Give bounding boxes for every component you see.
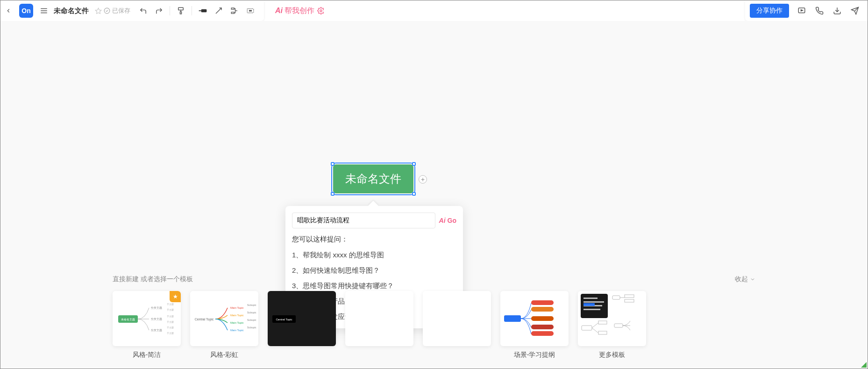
svg-rect-57 — [582, 326, 592, 330]
svg-rect-47 — [531, 331, 554, 336]
svg-text:Subtopic: Subtopic — [247, 311, 256, 314]
svg-rect-11 — [231, 12, 234, 14]
svg-text:分支主题: 分支主题 — [151, 306, 162, 309]
star-badge-icon: ★ — [170, 291, 181, 302]
document-title[interactable]: 未命名文件 — [54, 7, 89, 15]
template-card[interactable]: Central Topic Main TopicMain TopicMain T… — [190, 291, 258, 359]
svg-line-59 — [592, 328, 598, 333]
saved-status: 已保存 — [104, 7, 130, 15]
ai-create-button[interactable]: Ai 帮我创作 — [275, 6, 325, 16]
svg-rect-50 — [583, 301, 604, 303]
svg-text:Main Topic: Main Topic — [230, 321, 244, 324]
check-circle-icon — [104, 7, 110, 14]
root-node-text: 未命名文件 — [345, 171, 401, 186]
svg-point-14 — [320, 10, 322, 12]
svg-rect-61 — [598, 331, 607, 334]
star-icon[interactable] — [92, 3, 104, 19]
svg-text:Central Topic: Central Topic — [276, 318, 292, 321]
svg-rect-44 — [531, 307, 554, 312]
svg-rect-53 — [583, 303, 595, 306]
top-toolbar: On 未命名文件 已保存 — [0, 0, 868, 21]
ai-hint-label: 您可以这样提问： — [292, 235, 456, 244]
template-card[interactable]: 场景-学习提纲 — [500, 291, 569, 359]
svg-text:子主题: 子主题 — [167, 320, 174, 323]
template-card[interactable]: Central Topic — [268, 291, 336, 359]
ai-go-button[interactable]: AiGo — [439, 217, 456, 224]
svg-text:Subtopic: Subtopic — [247, 304, 256, 306]
download-button[interactable] — [829, 3, 845, 19]
svg-point-4 — [104, 8, 110, 14]
svg-text:Central Topic: Central Topic — [195, 318, 214, 321]
svg-text:Subtopic: Subtopic — [247, 326, 256, 329]
template-label: 风格-简洁 — [133, 351, 161, 359]
present-button[interactable] — [794, 3, 810, 19]
svg-text:Main Topic: Main Topic — [230, 329, 244, 332]
svg-rect-46 — [531, 325, 554, 329]
ai-prompt-input[interactable] — [292, 213, 435, 228]
svg-marker-16 — [801, 10, 803, 11]
svg-text:子主题: 子主题 — [167, 326, 174, 329]
toolbar-left-group: On 未命名文件 已保存 — [0, 0, 264, 21]
redo-button[interactable] — [151, 3, 167, 19]
app-logo[interactable]: On — [19, 4, 33, 18]
svg-rect-45 — [531, 316, 554, 321]
svg-rect-5 — [178, 7, 184, 10]
svg-rect-42 — [504, 315, 521, 322]
gear-icon — [317, 7, 325, 14]
svg-text:Main Topic: Main Topic — [230, 314, 244, 317]
svg-text:分支主题: 分支主题 — [151, 317, 162, 320]
svg-rect-60 — [598, 321, 607, 324]
svg-rect-43 — [531, 300, 554, 305]
toolbar-right-group: 分享协作 — [745, 0, 868, 21]
svg-rect-10 — [231, 8, 234, 9]
chevron-down-icon — [750, 277, 755, 282]
topic-button[interactable] — [195, 3, 211, 19]
svg-rect-7 — [201, 9, 207, 13]
svg-text:子主题: 子主题 — [167, 315, 174, 318]
resize-corner-icon — [861, 362, 867, 368]
svg-rect-52 — [583, 309, 600, 310]
add-child-button[interactable]: + — [419, 175, 427, 184]
phone-button[interactable] — [811, 3, 827, 19]
svg-text:子主题: 子主题 — [167, 303, 174, 305]
boundary-button[interactable] — [242, 3, 258, 19]
svg-rect-62 — [614, 324, 623, 327]
share-button[interactable]: 分享协作 — [750, 4, 789, 18]
svg-rect-55 — [625, 295, 634, 298]
format-painter-button[interactable] — [173, 3, 189, 19]
svg-line-9 — [216, 8, 221, 14]
svg-rect-13 — [249, 10, 252, 12]
svg-rect-49 — [583, 298, 598, 299]
template-card[interactable] — [345, 291, 413, 359]
svg-rect-54 — [612, 296, 620, 299]
svg-marker-3 — [95, 8, 101, 14]
back-button[interactable] — [0, 3, 16, 19]
template-panel: 直接新建 或者选择一个模板 收起 ★ 未命名主题 分支主题分支主题分支主题 子主… — [0, 275, 868, 369]
svg-text:未命名主题: 未命名主题 — [121, 318, 135, 321]
relation-button[interactable] — [211, 3, 227, 19]
template-label: 场景-学习提纲 — [514, 351, 555, 359]
canvas-area[interactable]: 未命名文件 + AiGo 您可以这样提问： 1、帮我绘制 xxxx 的思维导图 … — [0, 21, 868, 369]
svg-text:Subtopic: Subtopic — [247, 319, 256, 321]
svg-text:分支主题: 分支主题 — [151, 328, 162, 332]
svg-line-58 — [592, 323, 598, 328]
svg-text:子主题: 子主题 — [167, 308, 174, 311]
svg-rect-56 — [625, 299, 634, 302]
svg-rect-6 — [180, 12, 182, 14]
template-label: 风格-彩虹 — [210, 351, 239, 359]
template-card[interactable] — [423, 291, 491, 359]
send-button[interactable] — [847, 3, 863, 19]
svg-text:子主题: 子主题 — [167, 332, 174, 334]
template-card[interactable]: ★ 未命名主题 分支主题分支主题分支主题 子主题子主题子主题子主题子主题子主题 … — [113, 291, 181, 359]
menu-button[interactable] — [36, 3, 52, 19]
template-label: 更多模板 — [599, 351, 625, 359]
collapse-templates-button[interactable]: 收起 — [735, 275, 755, 284]
template-card[interactable]: 更多模板 — [578, 291, 646, 359]
ai-suggestion-item[interactable]: 1、帮我绘制 xxxx 的思维导图 — [292, 248, 456, 263]
svg-text:Main Topic: Main Topic — [230, 306, 244, 309]
root-node[interactable]: 未命名文件 — [333, 164, 413, 193]
undo-button[interactable] — [135, 3, 151, 19]
summary-button[interactable] — [227, 3, 242, 19]
template-hint: 直接新建 或者选择一个模板 — [113, 275, 193, 284]
